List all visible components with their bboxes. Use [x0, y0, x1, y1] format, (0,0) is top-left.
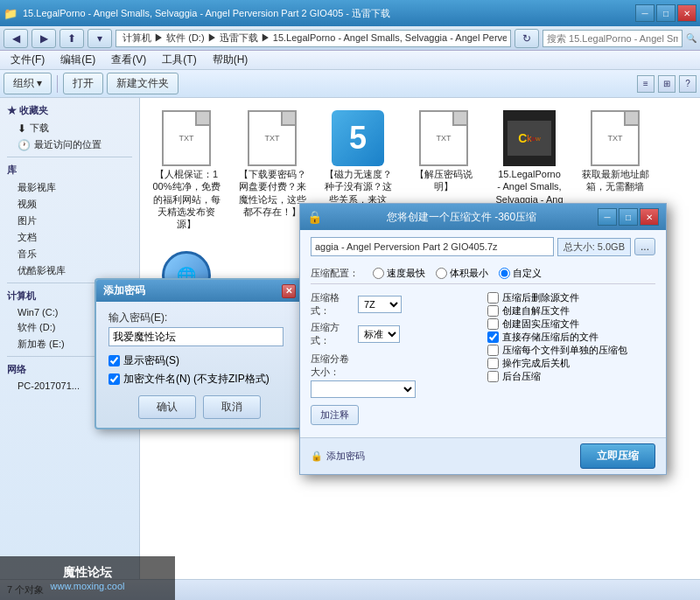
compress-method-select[interactable]: 标准 最快 最强 — [358, 325, 400, 343]
file-item-0[interactable]: TXT 【人棍保证：100%纯净，免费的福利网站，每天精选发布资源】 — [147, 105, 226, 235]
compress-filename-size: 总大小: 5.0GB — [557, 238, 631, 256]
compress-close-button[interactable]: ✕ — [640, 208, 659, 226]
opt-0-checkbox[interactable] — [487, 292, 499, 303]
compress-opt-4: 压缩每个文件到单独的压缩包 — [487, 344, 655, 357]
up-button[interactable]: ⬆ — [60, 29, 84, 48]
compress-mode-row: 压缩配置： 速度最快 体积最小 自定义 — [311, 263, 655, 284]
menu-file[interactable]: 文件(F) — [4, 51, 52, 69]
video-inner: C k o w — [508, 121, 551, 156]
menu-tools[interactable]: 工具(T) — [155, 51, 203, 69]
doc-icon-5: TXT — [591, 110, 640, 166]
compress-title-buttons: ─ □ ✕ — [598, 208, 659, 226]
help-button[interactable]: ? — [679, 75, 696, 93]
compress-filename-input[interactable] — [311, 237, 554, 256]
recent-button[interactable]: ▾ — [88, 29, 112, 48]
compress-opt-0: 压缩后删除源文件 — [487, 291, 655, 304]
sidebar-item-youku[interactable]: 优酷影视库 — [0, 262, 139, 279]
compress-max-button[interactable]: □ — [619, 208, 638, 226]
compress-opt-3: 直接存储压缩后的文件 — [487, 331, 655, 344]
compress-mode-small[interactable]: 体积最小 — [436, 267, 488, 280]
new-folder-button[interactable]: 新建文件夹 — [107, 73, 178, 94]
organize-button[interactable]: 组织 ▾ — [4, 73, 52, 94]
mode-small-radio[interactable] — [436, 268, 447, 279]
watermark: 魔性论坛 www.moxing.cool — [0, 556, 175, 600]
menu-edit[interactable]: 编辑(E) — [53, 51, 102, 69]
confirm-button[interactable]: 确认 — [138, 395, 196, 419]
compress-footer: 🔒 添加密码 立即压缩 — [300, 437, 666, 474]
compress-comment-button[interactable]: 加注释 — [311, 405, 359, 425]
compress-browse-button[interactable]: ... — [634, 238, 655, 255]
mode-custom-radio[interactable] — [499, 268, 510, 279]
forward-button[interactable]: ▶ — [32, 29, 56, 48]
sidebar-item-video[interactable]: 视频 — [0, 196, 139, 213]
file-icon-1: TXT — [244, 110, 300, 166]
password-dialog: 添加密码 ✕ 输入密码(E): 显示密码(S) 加密文件名(N) (不支持ZIP… — [94, 278, 304, 429]
compress-split-select[interactable]: 700MB 1GB 2GB 4GB — [311, 380, 416, 398]
doc-icon-3: TXT — [419, 110, 468, 166]
opt-3-checkbox[interactable] — [487, 331, 499, 343]
compress-format-select[interactable]: 7Z ZIP RAR — [358, 296, 402, 313]
watermark-text: 魔性论坛 — [63, 565, 112, 581]
compress-format-row: 压缩格式： 7Z ZIP RAR — [311, 291, 479, 317]
compress-opt-1: 创建自解压文件 — [487, 304, 655, 317]
compress-method-row: 压缩方式： 标准 最快 最强 — [311, 321, 479, 347]
opt-2-checkbox[interactable] — [487, 318, 499, 330]
mode-fast-radio[interactable] — [373, 268, 384, 279]
show-pwd-row: 显示密码(S) — [108, 353, 290, 368]
compress-mode-custom[interactable]: 自定义 — [499, 267, 542, 280]
password-input[interactable] — [108, 327, 284, 346]
address-input[interactable] — [116, 30, 511, 47]
refresh-button[interactable]: ↻ — [514, 29, 539, 48]
compress-mode-fast[interactable]: 速度最快 — [373, 267, 425, 280]
close-button[interactable]: ✕ — [677, 4, 696, 22]
encrypt-name-checkbox[interactable] — [108, 373, 120, 385]
compress-method-label: 压缩方式： — [311, 321, 354, 347]
show-pwd-label: 显示密码(S) — [123, 353, 179, 368]
file-icon-5: TXT — [587, 110, 643, 166]
password-label: 输入密码(E): — [108, 310, 290, 325]
menu-help[interactable]: 帮助(H) — [206, 51, 256, 69]
opt-1-checkbox[interactable] — [487, 305, 499, 317]
sidebar-item-pictures[interactable]: 图片 — [0, 213, 139, 229]
view-options-button[interactable]: ≡ — [637, 75, 654, 93]
title-bar: 📁 15.LegalPorno - Angel Smalls, Selvaggi… — [0, 0, 700, 26]
compress-format-label: 压缩格式： — [311, 291, 354, 317]
compress-title-icon: 🔒 — [307, 210, 322, 224]
file-icon-0: TXT — [158, 110, 214, 166]
sidebar-item-downloads[interactable]: ⬇ 下载 — [0, 120, 139, 136]
open-button[interactable]: 打开 — [63, 73, 103, 94]
file-icon-3: TXT — [416, 110, 472, 166]
favorites-header[interactable]: ★ 收藏夹 — [0, 101, 139, 120]
recent-icon: 🕐 — [18, 139, 31, 151]
video-icon: C k o w — [503, 110, 556, 166]
cancel-button[interactable]: 取消 — [203, 395, 261, 419]
compress-start-button[interactable]: 立即压缩 — [580, 443, 655, 469]
sidebar-item-music[interactable]: 音乐 — [0, 246, 139, 262]
view-toggle-button[interactable]: ⊞ — [658, 75, 676, 93]
sidebar-divider-1 — [7, 157, 132, 157]
library-section: 库 最影视库 视频 图片 文档 音乐 优酷影视库 — [0, 161, 139, 279]
menu-bar: 文件(F) 编辑(E) 查看(V) 工具(T) 帮助(H) — [0, 51, 700, 70]
opt-5-checkbox[interactable] — [487, 358, 499, 369]
five-icon: 5 — [332, 110, 384, 166]
encrypt-name-row: 加密文件名(N) (不支持ZIP格式) — [108, 372, 290, 387]
sidebar-item-docs[interactable]: 文档 — [0, 229, 139, 246]
show-pwd-checkbox[interactable] — [108, 355, 120, 366]
back-button[interactable]: ◀ — [4, 29, 28, 48]
maximize-button[interactable]: □ — [656, 4, 676, 22]
password-dialog-close[interactable]: ✕ — [282, 284, 296, 298]
toolbar-separator — [57, 75, 58, 93]
compress-body: 总大小: 5.0GB ... 压缩配置： 速度最快 体积最小 自定义 — [300, 230, 666, 437]
file-label-5: 获取最新地址邮箱，无需翻墙 — [581, 168, 649, 193]
menu-view[interactable]: 查看(V) — [104, 51, 153, 69]
minimize-button[interactable]: ─ — [635, 4, 654, 22]
password-dialog-title: 添加密码 ✕ — [96, 280, 303, 302]
compress-add-password[interactable]: 🔒 添加密码 — [311, 450, 365, 463]
sidebar-item-recent[interactable]: 🕐 最近访问的位置 — [0, 136, 139, 153]
library-header[interactable]: 库 — [0, 161, 139, 179]
search-input[interactable] — [542, 30, 682, 47]
opt-6-checkbox[interactable] — [487, 371, 499, 382]
sidebar-item-video-lib[interactable]: 最影视库 — [0, 179, 139, 196]
opt-4-checkbox[interactable] — [487, 345, 499, 356]
compress-min-button[interactable]: ─ — [598, 208, 617, 226]
